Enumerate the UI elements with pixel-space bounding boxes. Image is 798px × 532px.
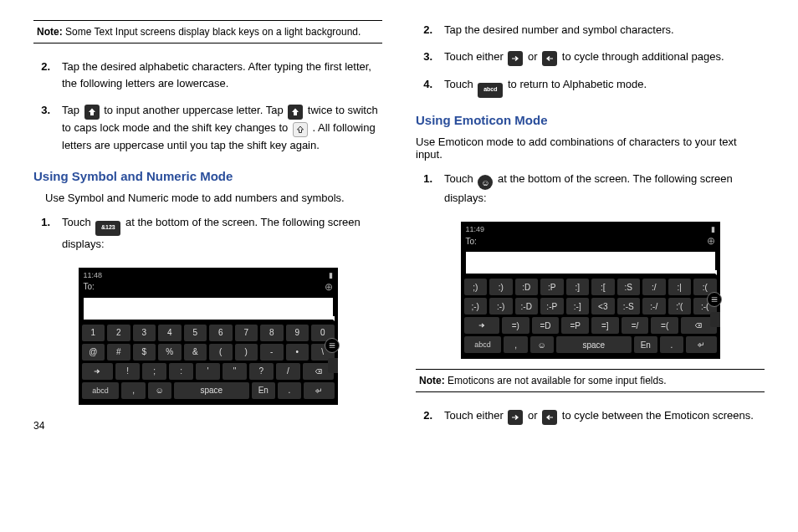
shot-status-icons: ▮ bbox=[329, 271, 333, 279]
keyboard-key: :-S bbox=[617, 298, 641, 315]
keyboard-key: 6 bbox=[209, 325, 233, 341]
attach-handle-icon: 𝌆 bbox=[325, 338, 340, 353]
add-recipient-icon: ⊕ bbox=[707, 235, 715, 247]
note-bottom-text: Emoticons are not available for some inp… bbox=[448, 375, 666, 386]
keyboard-key: :-] bbox=[566, 298, 590, 315]
attach-handle-icon: 𝌆 bbox=[707, 292, 722, 307]
step-text: Touch either or to cycle between the Emo… bbox=[444, 407, 765, 425]
step-number: 4. bbox=[416, 76, 444, 97]
keyboard-key: & bbox=[184, 344, 207, 361]
arrow-right-icon bbox=[508, 410, 523, 425]
keyboard-key: % bbox=[158, 344, 182, 361]
right-step-3: 3. Touch either or to cycle through addi… bbox=[416, 49, 765, 66]
keyboard-key: :] bbox=[566, 279, 590, 295]
right-step-2: 2. Tap the desired number and symbol cha… bbox=[416, 22, 765, 38]
step-number: 1. bbox=[416, 171, 444, 207]
keyboard-key: 8 bbox=[260, 325, 284, 341]
note-top-text: Some Text Input screens display black ke… bbox=[65, 26, 361, 38]
keyboard-key: 7 bbox=[235, 325, 258, 341]
keyboard-key: ; bbox=[142, 363, 166, 380]
step-text: Touch ☺ at the bottom of the screen. The… bbox=[444, 171, 765, 207]
keyboard-key bbox=[464, 317, 499, 334]
keyboard-key bbox=[82, 363, 114, 380]
keyboard-key: space bbox=[174, 382, 249, 399]
left-step-3: 3. Tap to input another uppercase letter… bbox=[33, 102, 382, 154]
arrow-right-icon bbox=[508, 51, 523, 66]
shot-status-icons: ▮ bbox=[711, 225, 715, 233]
keyboard-key: :[ bbox=[591, 279, 615, 295]
shot-to-label: To: bbox=[466, 237, 477, 246]
note-label: Note: bbox=[37, 26, 63, 38]
keyboard-key: abcd bbox=[82, 382, 120, 399]
shift-icon bbox=[84, 105, 100, 120]
shot-text-input bbox=[466, 252, 715, 274]
keyboard-key: ( bbox=[209, 344, 233, 361]
right-emo-step-1: 1. Touch ☺ at the bottom of the screen. … bbox=[416, 171, 765, 207]
keyboard-key: 9 bbox=[286, 325, 309, 341]
add-recipient-icon: ⊕ bbox=[325, 281, 333, 293]
keyboard-key: , bbox=[504, 336, 527, 353]
shot-to-label: To: bbox=[84, 282, 95, 291]
keyboard-key: ) bbox=[235, 344, 258, 361]
smiley-icon: ☺ bbox=[478, 175, 493, 190]
keyboard-key: abcd bbox=[464, 336, 502, 353]
keyboard-key: :-D bbox=[515, 298, 539, 315]
keyboard-key: =P bbox=[561, 317, 589, 334]
arrow-left-icon bbox=[542, 410, 557, 425]
keyboard-key: <3 bbox=[591, 298, 615, 315]
step-number: 3. bbox=[416, 49, 444, 66]
keyboard-key: 3 bbox=[133, 325, 156, 341]
keyboard-key: =/ bbox=[622, 317, 649, 334]
step-text: Touch &123 at the bottom of the screen. … bbox=[62, 214, 382, 253]
keyboard-key: =] bbox=[591, 317, 619, 334]
shot-time: 11:49 bbox=[466, 225, 485, 233]
note-top: Note: Some Text Input screens display bl… bbox=[33, 20, 382, 43]
shift-icon bbox=[288, 105, 303, 120]
keyboard-key: - bbox=[260, 344, 284, 361]
note-bottom: Note: Emoticons are not available for so… bbox=[416, 369, 765, 392]
step-text: Touch either or to cycle through additio… bbox=[444, 49, 765, 66]
keyboard-key: ? bbox=[249, 363, 274, 380]
keyboard-key: . bbox=[278, 382, 301, 399]
keyboard-key bbox=[304, 382, 335, 399]
keyboard-key: $ bbox=[133, 344, 156, 361]
keyboard-key: :D bbox=[515, 279, 539, 295]
arrow-left-icon bbox=[542, 51, 557, 66]
keyboard-key: :-) bbox=[489, 298, 513, 315]
step-number: 1. bbox=[33, 214, 62, 253]
keyboard-key: 5 bbox=[184, 325, 207, 341]
keyboard-key: En bbox=[634, 336, 657, 353]
keyboard-key: : bbox=[169, 363, 193, 380]
step-number: 2. bbox=[416, 407, 444, 425]
right-column: 2. Tap the desired number and symbol cha… bbox=[416, 17, 765, 432]
keyboard-key: @ bbox=[82, 344, 105, 361]
left-column: Note: Some Text Input screens display bl… bbox=[33, 17, 382, 432]
screenshot-symbol-keyboard: 11:48 ▮ To: ⊕ 𝌆 1234567890@#$%&()-•\!;:'… bbox=[79, 268, 338, 405]
keyboard-key: 4 bbox=[158, 325, 182, 341]
keyboard-key: / bbox=[276, 363, 300, 380]
keyboard-key: =( bbox=[651, 317, 678, 334]
screenshot-emoticon-keyboard: 11:49 ▮ To: ⊕ 𝌆 ;):):D:P:]:[:S:/:|:(;-):… bbox=[461, 222, 720, 359]
keyboard-key: ;-) bbox=[464, 298, 488, 315]
keyboard-key: :-P bbox=[540, 298, 564, 315]
step-number: 2. bbox=[416, 22, 444, 38]
right-step-4: 4. Touch abcd to return to Alphabetic mo… bbox=[416, 76, 765, 97]
step-number: 2. bbox=[33, 59, 62, 92]
keyboard-key: :P bbox=[540, 279, 564, 295]
shot-time: 11:48 bbox=[84, 271, 103, 279]
keyboard-key: :S bbox=[617, 279, 641, 295]
keyboard-key: ☺ bbox=[530, 336, 554, 353]
right-emo-step-2: 2. Touch either or to cycle between the … bbox=[416, 407, 765, 425]
keyboard-key: :-/ bbox=[642, 298, 666, 315]
and123-icon: &123 bbox=[95, 221, 120, 236]
step-text: Tap the desired number and symbol charac… bbox=[444, 22, 765, 38]
keyboard-key: ' bbox=[196, 363, 220, 380]
side-chip-icon bbox=[710, 312, 720, 327]
side-chip-icon bbox=[328, 358, 338, 373]
keyboard-key bbox=[686, 336, 717, 353]
keyboard-key: En bbox=[252, 382, 275, 399]
keyboard-key: space bbox=[556, 336, 632, 353]
symbol-intro: Use Symbol and Numeric mode to add numbe… bbox=[45, 192, 382, 204]
keyboard-key: 1 bbox=[82, 325, 105, 341]
heading-symbol-mode: Using Symbol and Numeric Mode bbox=[33, 169, 382, 183]
